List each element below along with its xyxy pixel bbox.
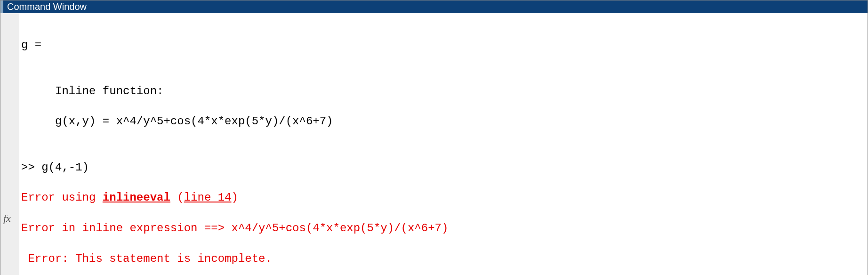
error-link-inlineeval[interactable]: inlineeval: [103, 191, 170, 204]
window-title: Command Window: [7, 1, 87, 12]
error-text: ): [232, 191, 238, 204]
output-line: g =: [21, 38, 866, 53]
command-window: Command Window fx g = Inline function: g…: [0, 0, 868, 275]
error-link-line14[interactable]: line 14: [184, 191, 232, 204]
error-line: Error in inline expression ==> x^4/y^5+c…: [21, 221, 866, 236]
error-line: Error: This statement is incomplete.: [21, 251, 866, 267]
command-line: >> g(4,-1): [21, 160, 866, 175]
console-output[interactable]: g = Inline function: g(x,y) = x^4/y^5+co…: [19, 13, 868, 275]
output-line: Inline function:: [21, 84, 866, 99]
fx-icon[interactable]: fx: [3, 212, 13, 225]
error-line: Error using inlineeval (line 14): [21, 190, 866, 205]
title-bar: Command Window: [0, 0, 868, 13]
error-text: (: [170, 191, 184, 204]
gutter: fx: [0, 13, 19, 275]
output-line: g(x,y) = x^4/y^5+cos(4*x*exp(5*y)/(x^6+7…: [21, 114, 866, 129]
error-text: Error using: [21, 191, 103, 204]
content-area: fx g = Inline function: g(x,y) = x^4/y^5…: [0, 13, 868, 275]
